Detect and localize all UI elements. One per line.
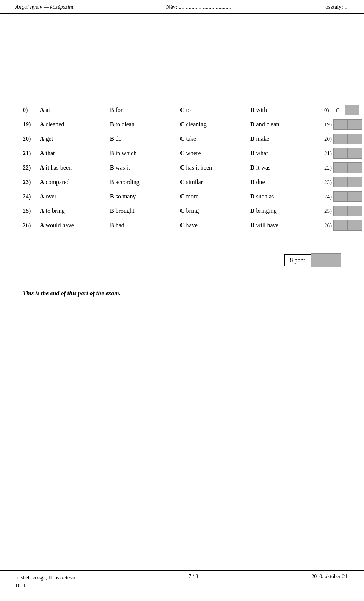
option-text-a: compared: [46, 179, 70, 186]
answer-number: 24): [324, 194, 332, 200]
option-text-b: according: [116, 179, 140, 186]
questions-area: 0)AatBforCtoDwith0)C19)AcleanedBto clean…: [23, 105, 341, 231]
option-label-d: D: [250, 164, 255, 171]
answer-number: 0): [324, 107, 329, 113]
question-number: 21): [23, 150, 40, 157]
option-label-d: D: [250, 208, 255, 214]
option-text-b: do: [116, 135, 122, 142]
option-d: Dit was: [250, 164, 317, 171]
option-label-c: C: [180, 222, 185, 229]
option-b: Bbrought: [110, 208, 176, 214]
score-area: 8 pont: [23, 253, 341, 267]
option-text-d: it was: [256, 164, 271, 171]
question-options: Ait has beenBwas itChas it beenDit was: [40, 164, 320, 171]
option-label-b: B: [110, 107, 114, 113]
question-options: Ato bringBbroughtCbringDbringing: [40, 208, 320, 214]
score-cell: [345, 105, 359, 115]
answer-number: 20): [324, 136, 332, 142]
option-c: Cto: [180, 107, 246, 113]
option-text-b: for: [116, 107, 123, 113]
option-a: Athat: [40, 150, 106, 157]
option-text-a: to bring: [46, 208, 65, 214]
option-d: Dmake: [250, 135, 317, 142]
answer-cell[interactable]: [333, 134, 348, 144]
option-text-b: had: [116, 222, 124, 229]
answer-cell[interactable]: [333, 148, 348, 159]
question-number: 24): [23, 193, 40, 200]
score-cell: [348, 206, 362, 216]
option-label-b: B: [110, 193, 114, 200]
option-text-a: would have: [46, 222, 74, 229]
option-label-a: A: [40, 150, 44, 157]
option-b: Bso many: [110, 193, 176, 200]
option-label-b: B: [110, 121, 114, 128]
option-text-d: what: [256, 150, 268, 157]
question-options: AgetBdoCtakeDmake: [40, 135, 320, 142]
option-text-c: cleaning: [186, 121, 207, 128]
option-text-a: at: [46, 107, 50, 113]
option-text-c: bring: [186, 208, 199, 214]
question-number: 0): [23, 107, 40, 113]
answer-number: 19): [324, 121, 332, 128]
option-text-a: cleaned: [46, 121, 64, 128]
answer-box-area: 23): [324, 177, 362, 187]
header-subject: Angol nyelv — középszint: [15, 4, 74, 10]
answer-cell[interactable]: [333, 162, 348, 173]
option-a: Ait has been: [40, 164, 106, 171]
option-d: Dwill have: [250, 222, 317, 229]
option-text-a: over: [46, 193, 56, 200]
option-label-d: D: [250, 150, 255, 157]
answer-number: 25): [324, 208, 332, 214]
answer-cell[interactable]: [333, 220, 348, 231]
answer-number: 22): [324, 165, 332, 171]
option-text-a: it has been: [46, 164, 72, 171]
question-row: 24)AoverBso manyCmoreDsuch as24): [23, 191, 341, 202]
option-b: Bhad: [110, 222, 176, 229]
option-label-d: D: [250, 193, 255, 200]
score-cell: [348, 134, 362, 144]
option-b: Bdo: [110, 135, 176, 142]
option-label-d: D: [250, 179, 255, 186]
option-text-d: with: [256, 107, 267, 113]
option-text-b: was it: [116, 164, 130, 171]
option-text-c: have: [186, 222, 198, 229]
option-c: Ctake: [180, 135, 246, 142]
option-d: Dwhat: [250, 150, 317, 157]
question-number: 25): [23, 208, 40, 214]
option-label-c: C: [180, 193, 185, 200]
option-label-a: A: [40, 135, 44, 142]
option-label-b: B: [110, 164, 114, 171]
end-text: This is the end of this part of the exam…: [23, 290, 341, 297]
question-row: 0)AatBforCtoDwith0)C: [23, 105, 341, 115]
answer-number: 23): [324, 179, 332, 186]
score-cell: [348, 162, 362, 173]
option-text-b: to clean: [116, 121, 135, 128]
answer-cell[interactable]: [333, 191, 348, 202]
question-options: Awould haveBhadChaveDwill have: [40, 222, 320, 229]
option-d: Ddue: [250, 179, 317, 186]
score-cell: [348, 119, 362, 130]
answer-cell[interactable]: C: [331, 105, 345, 115]
option-label-a: A: [40, 121, 44, 128]
answer-cell[interactable]: [333, 206, 348, 216]
question-row: 22)Ait has beenBwas itChas it beenDit wa…: [23, 162, 341, 173]
option-a: Acompared: [40, 179, 106, 186]
answer-box-area: 24): [324, 191, 362, 202]
option-label-a: A: [40, 179, 44, 186]
score-cell: [348, 220, 362, 231]
option-label-b: B: [110, 222, 114, 229]
option-b: Bwas it: [110, 164, 176, 171]
answer-cell[interactable]: [333, 119, 348, 130]
question-row: 21)AthatBin whichCwhereDwhat21): [23, 148, 341, 159]
score-box: [311, 253, 341, 267]
option-c: Ccleaning: [180, 121, 246, 128]
option-a: Aat: [40, 107, 106, 113]
answer-number: 21): [324, 150, 332, 157]
option-a: Acleaned: [40, 121, 106, 128]
option-label-d: D: [250, 222, 255, 229]
option-b: Bin which: [110, 150, 176, 157]
question-number: 22): [23, 164, 40, 171]
option-text-c: to: [186, 107, 191, 113]
question-options: AthatBin whichCwhereDwhat: [40, 150, 320, 157]
answer-cell[interactable]: [333, 177, 348, 187]
